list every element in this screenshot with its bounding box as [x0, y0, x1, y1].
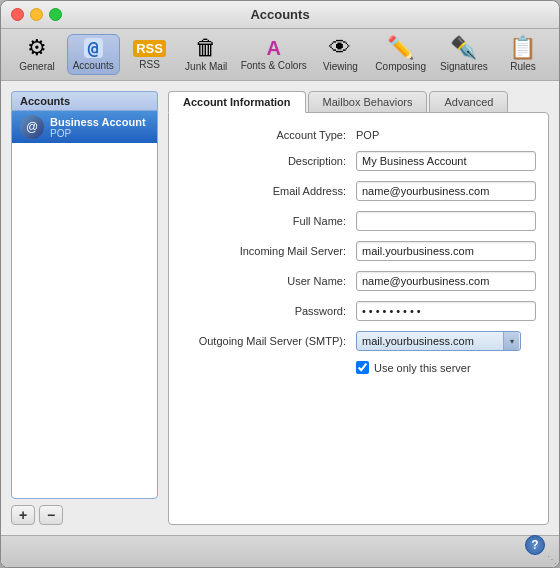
username-label: User Name: — [181, 275, 356, 287]
account-icon: @ — [20, 115, 44, 139]
resize-grip[interactable]: ⋱ — [547, 554, 557, 565]
window-bottom: ? ⋱ — [1, 535, 559, 567]
close-button[interactable] — [11, 8, 24, 21]
account-type-row: Account Type: POP — [181, 129, 536, 141]
viewing-label: Viewing — [323, 61, 358, 72]
fullname-row: Full Name: — [181, 211, 536, 231]
accounts-icon: @ — [84, 38, 103, 58]
sidebar-item-name: Business Account — [50, 116, 149, 128]
use-only-server-row: Use only this server — [356, 361, 536, 374]
username-row: User Name: — [181, 271, 536, 291]
general-label: General — [19, 61, 55, 72]
tab-account-information[interactable]: Account Information — [168, 91, 306, 113]
password-row: Password: — [181, 301, 536, 321]
password-label: Password: — [181, 305, 356, 317]
sidebar-header: Accounts — [11, 91, 158, 110]
toolbar-item-rules[interactable]: 📋 Rules — [497, 33, 549, 76]
content-area: Accounts @ Business Account POP + − Acco… — [1, 81, 559, 535]
incoming-row: Incoming Mail Server: — [181, 241, 536, 261]
smtp-wrapper: mail.yourbusiness.com ▾ — [356, 331, 521, 351]
sidebar-buttons: + − — [11, 505, 158, 525]
add-account-button[interactable]: + — [11, 505, 35, 525]
description-label: Description: — [181, 155, 356, 167]
fullname-label: Full Name: — [181, 215, 356, 227]
password-input[interactable] — [356, 301, 536, 321]
toolbar-item-composing[interactable]: ✏️ Composing — [370, 33, 430, 76]
username-input[interactable] — [356, 271, 536, 291]
toolbar-item-general[interactable]: ⚙ General — [11, 33, 63, 76]
titlebar: Accounts — [1, 1, 559, 29]
toolbar-item-fonts-colors[interactable]: A Fonts & Colors — [237, 34, 310, 75]
email-row: Email Address: — [181, 181, 536, 201]
rss-label: RSS — [139, 59, 160, 70]
toolbar-item-accounts[interactable]: @ Accounts — [67, 34, 120, 75]
composing-icon: ✏️ — [387, 37, 414, 59]
signatures-label: Signatures — [440, 61, 488, 72]
rules-label: Rules — [510, 61, 536, 72]
toolbar-item-junk-mail[interactable]: 🗑 Junk Mail — [180, 33, 233, 76]
sidebar-list: @ Business Account POP — [11, 110, 158, 499]
incoming-input[interactable] — [356, 241, 536, 261]
signatures-icon: ✒️ — [450, 37, 477, 59]
smtp-row: Outgoing Mail Server (SMTP): mail.yourbu… — [181, 331, 536, 351]
sidebar: Accounts @ Business Account POP + − — [11, 91, 158, 525]
email-label: Email Address: — [181, 185, 356, 197]
traffic-lights — [11, 8, 62, 21]
junk-mail-icon: 🗑 — [195, 37, 217, 59]
minimize-button[interactable] — [30, 8, 43, 21]
tab-mailbox-behaviors[interactable]: Mailbox Behaviors — [308, 91, 428, 113]
toolbar: ⚙ General @ Accounts RSS RSS 🗑 Junk Mail… — [1, 29, 559, 81]
toolbar-item-viewing[interactable]: 👁 Viewing — [314, 33, 366, 76]
account-type-label: Account Type: — [181, 129, 356, 141]
description-input[interactable] — [356, 151, 536, 171]
rules-icon: 📋 — [509, 37, 536, 59]
main-panel: Account Information Mailbox Behaviors Ad… — [168, 91, 549, 525]
smtp-label: Outgoing Mail Server (SMTP): — [181, 335, 356, 347]
smtp-select[interactable]: mail.yourbusiness.com — [356, 331, 521, 351]
account-type-value: POP — [356, 129, 379, 141]
general-icon: ⚙ — [27, 37, 47, 59]
rss-icon: RSS — [133, 40, 166, 57]
main-window: Accounts ⚙ General @ Accounts RSS RSS 🗑 … — [0, 0, 560, 568]
toolbar-item-signatures[interactable]: ✒️ Signatures — [435, 33, 493, 76]
sidebar-item-type: POP — [50, 128, 149, 139]
toolbar-item-rss[interactable]: RSS RSS — [124, 36, 176, 74]
tab-advanced[interactable]: Advanced — [429, 91, 508, 113]
incoming-label: Incoming Mail Server: — [181, 245, 356, 257]
use-only-server-checkbox[interactable] — [356, 361, 369, 374]
fullname-input[interactable] — [356, 211, 536, 231]
sidebar-item-0[interactable]: @ Business Account POP — [12, 111, 157, 143]
remove-account-button[interactable]: − — [39, 505, 63, 525]
window-title: Accounts — [250, 7, 309, 22]
viewing-icon: 👁 — [329, 37, 351, 59]
use-only-server-label: Use only this server — [374, 362, 471, 374]
help-button[interactable]: ? — [525, 535, 545, 555]
description-row: Description: — [181, 151, 536, 171]
account-information-panel: Account Type: POP Description: Email Add… — [168, 112, 549, 525]
junk-mail-label: Junk Mail — [185, 61, 227, 72]
fonts-colors-label: Fonts & Colors — [241, 60, 307, 71]
accounts-label: Accounts — [73, 60, 114, 71]
fonts-colors-icon: A — [266, 38, 280, 58]
composing-label: Composing — [375, 61, 426, 72]
email-input[interactable] — [356, 181, 536, 201]
tabs: Account Information Mailbox Behaviors Ad… — [168, 91, 549, 113]
sidebar-item-text: Business Account POP — [50, 116, 149, 139]
maximize-button[interactable] — [49, 8, 62, 21]
